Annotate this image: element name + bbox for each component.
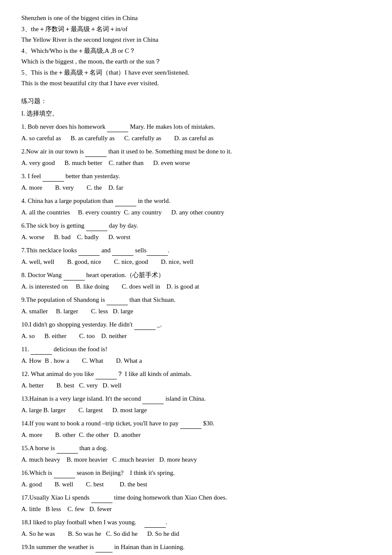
q4-options: A. all the countries B. every country C.… <box>21 207 371 218</box>
q9-blank <box>107 294 128 306</box>
q15-num: 15.A horse is <box>21 445 57 451</box>
question-1: 1. Bob never does his homework Mary. He … <box>21 121 371 133</box>
q3-blank <box>43 171 64 182</box>
question-14: 14.If you want to book a round –trip tic… <box>21 418 371 429</box>
q18-options: A. So he was B. So was he C. So did he D… <box>21 529 371 540</box>
q13-options: A. large B. larger C. largest D. most la… <box>21 405 371 416</box>
q18-rest: . <box>166 519 167 526</box>
question-12: 12. What animal do you like ？ I like all… <box>21 368 371 380</box>
q8-blank <box>63 269 85 281</box>
q12-options: A. better B. best C. very D. well <box>21 380 371 391</box>
question-3: 3. I feel better than yesterday. <box>21 171 371 182</box>
q2-num: 2.Now air in our town is <box>21 148 85 155</box>
q14-rest: $30. <box>202 420 214 427</box>
q15-rest: than a dog. <box>78 445 108 451</box>
q17-blank <box>91 492 112 503</box>
q15-blank <box>57 442 78 454</box>
q13-num: 13.Hainan is a very large island. It't t… <box>21 395 142 402</box>
intro-line2: 3、the＋序数词＋最高级＋名词＋in/of <box>21 24 371 35</box>
q1-options: A. so careful as B. as carefully as C. c… <box>21 133 371 144</box>
q10-rest: _. <box>156 321 162 328</box>
q6-rest: day by day. <box>107 222 138 229</box>
practice-header: 练习题： <box>21 96 371 107</box>
q8-rest: heart operation.（心脏手术） <box>85 272 165 278</box>
question-17: 17.Usually Xiao Li spends time doing hom… <box>21 492 371 503</box>
q7-and: and <box>100 247 112 254</box>
q17-options: A. little B less C. few D. fewer <box>21 504 371 515</box>
intro-line7: This is the most beautiful city that I h… <box>21 78 371 89</box>
q9-options: A. smaller B. larger C. less D. large <box>21 306 371 317</box>
q12-rest: ？ I like all kinds of animals. <box>117 370 191 377</box>
q14-num: 14.If you want to book a round –trip tic… <box>21 420 180 427</box>
q10-blank <box>134 319 156 330</box>
q16-num: 16.Which is <box>21 469 54 476</box>
q7-sells: sells <box>133 247 146 254</box>
q1-blank <box>107 121 128 133</box>
q3-num: 3. I feel <box>21 173 43 179</box>
q9-rest: than that Sichuan. <box>128 296 176 303</box>
q19-options: A. much hot B. much hotter C. more hotte… <box>21 553 371 555</box>
question-4: 4. China has a large population than in … <box>21 195 371 207</box>
question-2: 2.Now air in our town is than it used to… <box>21 146 371 157</box>
q10-num: 10.I didn't go shopping yesterday. He di… <box>21 321 134 328</box>
intro-line5: Which is the biggest , the moon, the ear… <box>21 56 371 67</box>
q7-blank2 <box>112 245 133 256</box>
q6-blank <box>86 220 107 231</box>
practice-subheader: I. 选择填空。 <box>21 108 371 119</box>
q3-rest: better than yesterday. <box>64 173 120 179</box>
question-16: 16.Which is season in Beijing? I think i… <box>21 467 371 479</box>
question-15: 15.A horse is than a dog. <box>21 442 371 454</box>
q4-rest: in the world. <box>136 197 170 204</box>
q1-rest: Mary. He makes lots of mistakes. <box>128 123 215 130</box>
question-19: 19.In summer the weather is in Hainan th… <box>21 541 371 553</box>
q6-options: A. worse B. bad C. badly D. worst <box>21 232 371 243</box>
q12-blank <box>95 368 117 380</box>
q13-rest: island in China. <box>164 395 205 402</box>
q15-options: A. much heavy B. more heavier C .much he… <box>21 454 371 465</box>
intro-line4: 4、Which/Who is the＋最高级,A ,B or C？ <box>21 46 371 57</box>
q7-blank1 <box>78 245 100 256</box>
q11-num: 11. <box>21 346 31 353</box>
question-7: 7.This necklace looks and sells . <box>21 245 371 256</box>
q9-num: 9.The population of Shandong is <box>21 296 107 303</box>
q16-options: A. good B. well C. best D. the best <box>21 479 371 490</box>
question-11: 11. delicious the food is! <box>21 344 371 355</box>
q10-options: A. so B. either C. too D. neither <box>21 331 371 342</box>
q2-blank <box>85 146 107 157</box>
q19-rest: in Hainan than in Liaoning. <box>112 543 184 550</box>
q7-dot: . <box>168 247 170 254</box>
q16-rest: season in Beijing? I think it's spring. <box>75 469 175 476</box>
q17-rest: time doing homework than Xiao Chen does. <box>112 494 227 501</box>
q4-num: 4. China has a large population than <box>21 197 115 204</box>
q8-num: 8. Doctor Wang <box>21 272 63 278</box>
practice-section: 练习题： I. 选择填空。 1. Bob never does his home… <box>21 96 371 555</box>
q4-blank <box>115 195 136 207</box>
intro-line3: The Yellow River is the second longest r… <box>21 35 371 46</box>
q19-num: 19.In summer the weather is <box>21 543 95 550</box>
question-6: 6.The sick boy is getting day by day. <box>21 220 371 231</box>
q11-options: A. How B . how a C. What D. What a <box>21 356 371 367</box>
q18-blank <box>144 517 166 528</box>
q11-blank <box>31 344 52 355</box>
q7-num: 7.This necklace looks <box>21 247 78 254</box>
q11-rest: delicious the food is! <box>52 346 107 353</box>
q8-options: A. is interested on B. like doing C. doe… <box>21 281 371 292</box>
q2-options: A. very good B. much better C. rather th… <box>21 158 371 169</box>
question-8: 8. Doctor Wang heart operation.（心脏手术） <box>21 269 371 281</box>
q18-num: 18.I liked to play football when I was y… <box>21 519 144 526</box>
q2-rest: than it used to be. Something must be do… <box>107 148 232 155</box>
q14-options: A. more B. other C. the other D. another <box>21 430 371 441</box>
q16-blank <box>54 467 75 479</box>
q13-blank <box>142 393 164 405</box>
question-13: 13.Hainan is a very large island. It't t… <box>21 393 371 405</box>
q7-options: A. well, well B. good, nice C. nice, goo… <box>21 257 371 268</box>
intro-line1: Shenzhen is one of the biggest cities in… <box>21 13 371 24</box>
q3-options: A. more B. very C. the D. far <box>21 182 371 194</box>
intro-section: Shenzhen is one of the biggest cities in… <box>21 13 371 89</box>
q1-num: 1. Bob never does his homework <box>21 123 107 130</box>
q17-num: 17.Usually Xiao Li spends <box>21 494 91 501</box>
intro-line6: 5、This is the＋最高级＋名词（that）I have ever se… <box>21 67 371 78</box>
q12-num: 12. What animal do you like <box>21 370 95 377</box>
q14-blank <box>180 418 202 429</box>
q7-blank3 <box>147 245 168 256</box>
